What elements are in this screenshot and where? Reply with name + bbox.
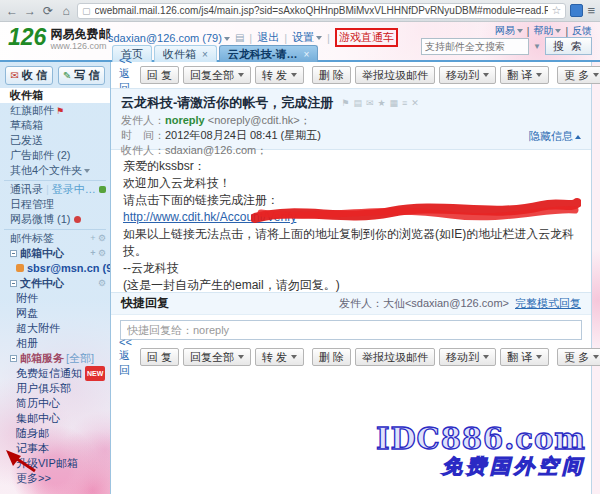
sidebar-item-drafts[interactable]: 草稿箱: [0, 118, 110, 133]
sidebar-section-file-center[interactable]: 文件中心⚙: [0, 276, 110, 291]
tab-message-active[interactable]: 云龙科技-请…×: [219, 45, 319, 62]
sidebar-item-album[interactable]: 相册: [0, 336, 110, 351]
list-icon[interactable]: ≡: [402, 98, 407, 108]
translate-button[interactable]: 翻 译: [500, 66, 549, 84]
chevron-up-icon: [575, 135, 581, 139]
url-text[interactable]: cwebmail.mail.126.com/js4/main.jsp?sid=s…: [95, 5, 548, 16]
address-bar[interactable]: ▢ cwebmail.mail.126.com/js4/main.jsp?sid…: [77, 3, 566, 19]
sidebar-item-sent[interactable]: 已发送: [0, 133, 110, 148]
forward-button[interactable]: 转 发: [255, 66, 304, 84]
compose-mail-button[interactable]: ✎写 信: [58, 66, 106, 85]
reply-all-button[interactable]: 回复全部: [183, 66, 251, 84]
chevron-down-icon: [483, 355, 489, 359]
netease-menu[interactable]: 网易: [495, 24, 523, 38]
sidebar-item-stamp-center[interactable]: 集邮中心: [0, 411, 110, 426]
sidebar-section-mail-center[interactable]: 邮箱中心+ ⚙: [0, 246, 110, 261]
delete-button[interactable]: 删 除: [312, 348, 351, 366]
reply-button[interactable]: 回 复: [140, 66, 179, 84]
reply-all-button[interactable]: 回复全部: [183, 348, 251, 366]
full-mode-reply-link[interactable]: 完整模式回复: [515, 296, 581, 311]
report-spam-button[interactable]: 举报垃圾邮件: [355, 348, 435, 366]
sidebar-item-netdisk[interactable]: 网盘: [0, 306, 110, 321]
game-express-link[interactable]: 游戏直通车: [335, 28, 398, 47]
quick-reply-input[interactable]: [120, 320, 582, 340]
close-icon[interactable]: ✕: [411, 98, 419, 108]
plus-icon[interactable]: +: [90, 248, 95, 258]
logo-126[interactable]: 126 网易免费邮 www.126.com: [8, 25, 110, 51]
search-button[interactable]: 搜 索: [545, 37, 592, 55]
chevron-down-icon: [224, 37, 230, 41]
translate-button[interactable]: 翻 译: [500, 348, 549, 366]
search-options-arrow[interactable]: ▼: [533, 42, 541, 51]
delete-button[interactable]: 删 除: [312, 66, 351, 84]
browser-menu-icon[interactable]: ≡: [587, 3, 595, 18]
search-input[interactable]: [421, 38, 529, 55]
sidebar-item-mobile-mail[interactable]: 随身邮: [0, 426, 110, 441]
gear-icon[interactable]: ⚙: [98, 248, 106, 258]
browser-forward-icon[interactable]: →: [23, 4, 37, 18]
from-name[interactable]: noreply: [165, 114, 205, 126]
divider: |: [249, 32, 252, 44]
sidebar-item-inbox[interactable]: 收件箱: [0, 88, 110, 103]
tag-icon[interactable]: ▤: [353, 98, 362, 108]
sidebar-item-large-attachments[interactable]: 超大附件: [0, 321, 110, 336]
close-icon[interactable]: ×: [202, 49, 208, 60]
move-to-button[interactable]: 移动到: [439, 66, 496, 84]
clipboard-icon[interactable]: ▤: [235, 32, 244, 43]
browser-back-icon[interactable]: ←: [5, 4, 19, 18]
settings-dropdown[interactable]: 设置: [292, 30, 322, 45]
sidebar-item-sub-account[interactable]: sbsr@msn.cn (9): [0, 261, 110, 276]
forward-button[interactable]: 转 发: [255, 348, 304, 366]
collapse-icon[interactable]: [10, 250, 17, 257]
extension-icon[interactable]: [570, 4, 583, 17]
gear-icon[interactable]: ⚙: [98, 278, 106, 288]
plus-icon[interactable]: +: [90, 233, 95, 243]
report-spam-button[interactable]: 举报垃圾邮件: [355, 66, 435, 84]
more-button[interactable]: 更 多: [557, 348, 600, 366]
sidebar-item-user-club[interactable]: 用户俱乐部: [0, 381, 110, 396]
bookmark-star-icon[interactable]: ☆: [552, 4, 562, 17]
close-icon[interactable]: ×: [304, 49, 310, 60]
grid-icon[interactable]: ▦: [390, 98, 399, 108]
sidebar-item-flagged[interactable]: 红旗邮件⚑: [0, 103, 110, 118]
quick-reply-section: 快捷回复 发件人：大仙<sdaxian@126.com> 完整模式回复: [111, 292, 591, 340]
help-menu[interactable]: 帮助: [533, 24, 561, 38]
avatar: [16, 264, 24, 272]
more-button[interactable]: 更 多: [557, 66, 600, 84]
sidebar-item-notepad[interactable]: 记事本: [0, 441, 110, 456]
sidebar-item-vip-upgrade[interactable]: 升级VIP邮箱: [0, 456, 110, 471]
logout-link[interactable]: 退出: [257, 30, 279, 45]
star-icon[interactable]: ★: [377, 98, 385, 108]
services-all-link[interactable]: [全部]: [66, 352, 94, 364]
sidebar-item-weibo[interactable]: 网易微博 (1): [0, 212, 110, 227]
sidebar-section-services[interactable]: 邮箱服务[全部]: [0, 351, 110, 366]
flag-icon[interactable]: ⚑: [341, 98, 349, 108]
hide-info-link[interactable]: 隐藏信息: [529, 129, 581, 144]
account-dropdown[interactable]: sdaxian@126.com (79): [108, 32, 230, 44]
sidebar-item-more[interactable]: 更多>>: [0, 471, 110, 486]
body-welcome: 欢迎加入云龙科技！: [123, 175, 579, 192]
move-to-button[interactable]: 移动到: [439, 348, 496, 366]
sidebar-item-other-folders[interactable]: 其他4个文件夹: [0, 163, 110, 178]
sidebar-item-schedule[interactable]: 日程管理: [0, 197, 110, 212]
reply-button[interactable]: 回 复: [140, 348, 179, 366]
verify-link[interactable]: http://www.cdit.hk/Account/Verify: [123, 210, 296, 224]
gear-icon[interactable]: ⚙: [98, 233, 106, 243]
collapse-icon[interactable]: [10, 355, 17, 362]
browser-refresh-icon[interactable]: ⟳: [41, 4, 55, 18]
sidebar-item-mail-tags[interactable]: 邮件标签+ ⚙: [0, 231, 110, 246]
sidebar-item-contacts[interactable]: 通讯录|登录中…: [0, 182, 110, 197]
sidebar-item-sms-notify[interactable]: 免费短信通知NEW: [0, 366, 110, 381]
collapse-icon[interactable]: [10, 280, 17, 287]
sidebar-item-attachments[interactable]: 附件: [0, 291, 110, 306]
browser-home-icon[interactable]: ⌂: [59, 4, 73, 18]
receive-mail-button[interactable]: ✉收 信: [5, 66, 53, 85]
tab-home[interactable]: 首页: [112, 45, 152, 62]
feedback-link[interactable]: 反馈: [572, 24, 592, 38]
mail-icon[interactable]: ✉: [366, 98, 374, 108]
sidebar-item-resume-center[interactable]: 简历中心: [0, 396, 110, 411]
tab-inbox[interactable]: 收件箱×: [154, 45, 217, 62]
message-header: 云龙科技-请激活你的帐号，完成注册 ⚑ ▤ ✉ ★ ▦ ≡ ✕ 发件人：nore…: [111, 88, 591, 150]
sidebar-item-ads[interactable]: 广告邮件 (2): [0, 148, 110, 163]
back-link[interactable]: <<返回: [119, 336, 132, 378]
